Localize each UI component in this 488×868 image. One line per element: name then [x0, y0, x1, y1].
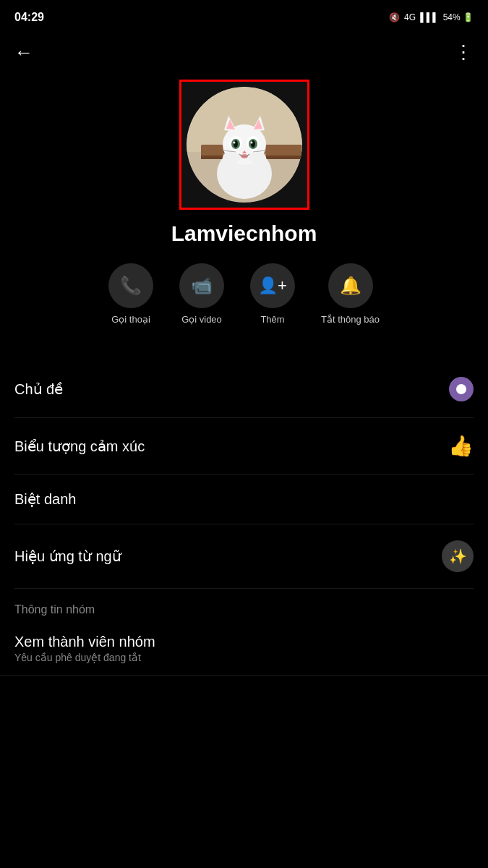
mute-label: Tắt thông báo [321, 314, 380, 325]
add-circle: 👤+ [250, 263, 295, 308]
video-icon: 📹 [191, 276, 213, 296]
action-buttons: 📞 Gọi thoại 📹 Gọi video 👤+ Thêm 🔔 Tắt th… [108, 263, 380, 325]
emoji-right: 👍 [448, 434, 474, 458]
video-label: Gọi video [181, 314, 222, 325]
avatar-container[interactable] [179, 80, 309, 210]
phone-icon: 📞 [120, 276, 142, 296]
network-icon: 4G [404, 12, 416, 22]
thumbup-icon: 👍 [448, 434, 474, 458]
theme-menu-item[interactable]: Chủ đề [14, 361, 474, 418]
signal-icon: ▌▌▌ [420, 12, 439, 22]
top-nav: ← ⋮ [0, 32, 488, 72]
svg-point-14 [234, 140, 238, 148]
svg-point-16 [233, 142, 235, 144]
svg-point-15 [251, 140, 255, 148]
emoji-menu-item[interactable]: Biểu tượng cảm xúc 👍 [14, 418, 474, 475]
add-action[interactable]: 👤+ Thêm [250, 263, 295, 325]
nickname-menu-item[interactable]: Biệt danh [14, 475, 474, 524]
svg-point-24 [223, 152, 240, 163]
effects-label: Hiệu ứng từ ngữ [14, 548, 121, 565]
battery-icon: 54% 🔋 [443, 12, 474, 22]
group-members-sublabel: Yêu cầu phê duyệt đang tắt [14, 652, 474, 663]
mute-action[interactable]: 🔔 Tắt thông báo [321, 263, 380, 325]
group-members-item[interactable]: Xem thành viên nhóm Yêu cầu phê duyệt đa… [0, 622, 488, 676]
svg-point-19 [241, 154, 248, 158]
menu-section: Chủ đề Biểu tượng cảm xúc 👍 Biệt danh Hi… [0, 361, 488, 589]
video-circle: 📹 [179, 263, 224, 308]
theme-label: Chủ đề [14, 380, 63, 398]
mute-circle: 🔔 [328, 263, 373, 308]
theme-toggle-inner [456, 384, 466, 394]
bell-icon: 🔔 [340, 276, 361, 296]
mute-icon: 🔇 [389, 12, 400, 22]
more-options-button[interactable]: ⋮ [454, 41, 474, 64]
status-icons: 🔇 4G ▌▌▌ 54% 🔋 [389, 12, 474, 22]
svg-point-25 [249, 152, 266, 163]
video-action[interactable]: 📹 Gọi video [179, 263, 224, 325]
status-time: 04:29 [14, 11, 44, 24]
add-label: Thêm [260, 314, 284, 325]
theme-toggle [449, 377, 474, 401]
group-members-label: Xem thành viên nhóm [14, 634, 474, 650]
theme-right [449, 377, 474, 401]
effects-icon: ✨ [442, 540, 474, 572]
section-header: Thông tin nhóm [0, 589, 488, 622]
effects-menu-item[interactable]: Hiệu ứng từ ngữ ✨ [14, 524, 474, 589]
nickname-label: Biệt danh [14, 490, 76, 508]
back-button[interactable]: ← [14, 41, 33, 64]
status-bar: 04:29 🔇 4G ▌▌▌ 54% 🔋 [0, 0, 488, 32]
profile-section: Lamviecnhom 📞 Gọi thoại 📹 Gọi video 👤+ T… [0, 72, 488, 361]
group-name: Lamviecnhom [171, 221, 317, 246]
call-circle: 📞 [108, 263, 153, 308]
emoji-label: Biểu tượng cảm xúc [14, 438, 145, 455]
call-action[interactable]: 📞 Gọi thoại [108, 263, 153, 325]
avatar [187, 87, 302, 203]
svg-point-17 [250, 142, 252, 144]
add-person-icon: 👤+ [258, 276, 287, 295]
call-label: Gọi thoại [111, 314, 150, 325]
effects-right: ✨ [442, 540, 474, 572]
